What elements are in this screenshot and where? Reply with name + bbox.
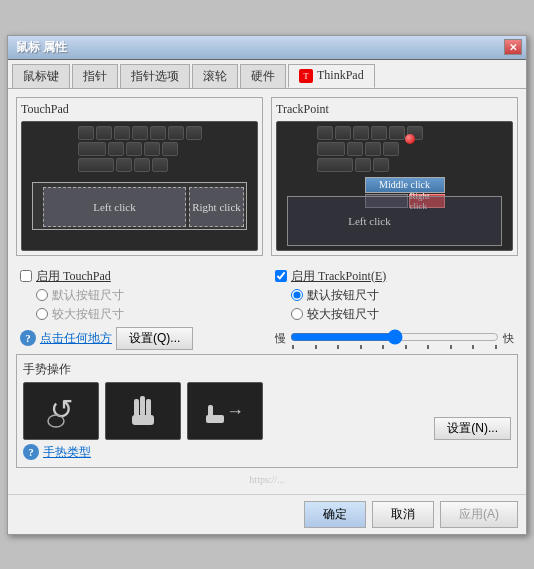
key14 xyxy=(116,158,132,172)
tp-key2 xyxy=(335,126,351,140)
gesture-three-finger-img xyxy=(105,382,181,440)
tick5 xyxy=(382,345,384,349)
svg-rect-4 xyxy=(146,399,151,417)
trackpoint-default-size-radio[interactable] xyxy=(291,289,303,301)
touchpad-controls: 启用 TouchPad 默认按钮尺寸 较大按钮尺寸 ? 点击任何地方 设置(Q)… xyxy=(16,264,263,354)
apply-button[interactable]: 应用(A) xyxy=(440,501,518,528)
gesture-help-row: ? 手热类型 xyxy=(23,444,511,461)
trackpoint-large-size-label: 较大按钮尺寸 xyxy=(307,306,379,323)
tp-key3 xyxy=(353,126,369,140)
touchpad-default-size-row: 默认按钮尺寸 xyxy=(20,287,259,304)
touchpad-large-size-row: 较大按钮尺寸 xyxy=(20,306,259,323)
trackpoint-right-zone xyxy=(451,197,501,245)
tab-pointer-options[interactable]: 指针选项 xyxy=(120,64,190,88)
gesture-images-row: ↺ xyxy=(23,382,263,440)
window-title: 鼠标 属性 xyxy=(16,39,67,56)
tick4 xyxy=(360,345,362,349)
touchpad-group: TouchPad xyxy=(16,97,263,256)
trackpoint-controls: 启用 TrackPoint(E) 默认按钮尺寸 较大按钮尺寸 慢 xyxy=(271,264,518,354)
key16 xyxy=(152,158,168,172)
touchpad-help-row: ? 点击任何地方 设置(Q)... xyxy=(20,327,259,350)
gesture-help-icon: ? xyxy=(23,444,39,460)
gesture-settings-button[interactable]: 设置(N)... xyxy=(434,417,511,440)
tick1 xyxy=(292,345,294,349)
watermark: https://... xyxy=(249,474,284,485)
key5 xyxy=(150,126,166,140)
tick10 xyxy=(495,345,497,349)
key10 xyxy=(126,142,142,156)
ok-button[interactable]: 确定 xyxy=(304,501,366,528)
tick3 xyxy=(337,345,339,349)
svg-text:↺: ↺ xyxy=(50,394,73,425)
trackpoint-enable-label: 启用 TrackPoint(E) xyxy=(291,268,386,285)
tp-key9 xyxy=(365,142,381,156)
touchpad-enable-row: 启用 TouchPad xyxy=(20,268,259,285)
tick7 xyxy=(427,345,429,349)
tp-key13 xyxy=(373,158,389,172)
touchpad-large-size-radio[interactable] xyxy=(36,308,48,320)
touchpad-help-icon: ? xyxy=(20,330,36,346)
key9 xyxy=(108,142,124,156)
slider-ticks xyxy=(290,345,499,349)
tab-hardware[interactable]: 硬件 xyxy=(240,64,286,88)
close-button[interactable]: ✕ xyxy=(504,39,522,55)
touchpad-label: TouchPad xyxy=(21,102,258,117)
trackpoint-slider-row: 慢 xyxy=(275,329,514,349)
tab-bar: 鼠标键 指针 指针选项 滚轮 硬件 T ThinkPad xyxy=(8,60,526,89)
tp-key5 xyxy=(389,126,405,140)
key4 xyxy=(132,126,148,140)
trackpoint-enable-checkbox[interactable] xyxy=(275,270,287,282)
cancel-button[interactable]: 取消 xyxy=(372,501,434,528)
controls-row: 启用 TouchPad 默认按钮尺寸 较大按钮尺寸 ? 点击任何地方 设置(Q)… xyxy=(16,264,518,354)
tp-keyboard-keys xyxy=(317,126,423,172)
key8 xyxy=(78,142,106,156)
keyboard-keys xyxy=(78,126,202,172)
title-buttons: ✕ xyxy=(504,39,522,55)
touchpad-large-size-label: 较大按钮尺寸 xyxy=(52,306,124,323)
tab-thinkpad[interactable]: T ThinkPad xyxy=(288,64,375,88)
touchpad-default-size-label: 默认按钮尺寸 xyxy=(52,287,124,304)
touchpad-help-text[interactable]: 点击任何地方 xyxy=(40,330,112,347)
tp-key8 xyxy=(347,142,363,156)
touchpad-enable-label: 启用 TouchPad xyxy=(36,268,111,285)
trackpoint-default-size-row: 默认按钮尺寸 xyxy=(275,287,514,304)
gesture-help-text[interactable]: 手热类型 xyxy=(43,444,91,461)
tab-wheel[interactable]: 滚轮 xyxy=(192,64,238,88)
key12 xyxy=(162,142,178,156)
gesture-swipe-img: → xyxy=(187,382,263,440)
thinkpad-icon: T xyxy=(299,69,313,83)
fast-label: 快 xyxy=(503,331,514,346)
key1 xyxy=(78,126,94,140)
tab-buttons[interactable]: 鼠标键 xyxy=(12,64,70,88)
tp-key12 xyxy=(355,158,371,172)
key3 xyxy=(114,126,130,140)
trackpoint-label: TrackPoint xyxy=(276,102,513,117)
touchpad-zone: Left click Right click xyxy=(32,182,247,230)
trackpoint-image: Middle click Right click Left click xyxy=(276,121,513,251)
tp-key7 xyxy=(317,142,345,156)
key2 xyxy=(96,126,112,140)
svg-text:→: → xyxy=(226,401,244,421)
trackpoint-group: TrackPoint xyxy=(271,97,518,256)
key6 xyxy=(168,126,184,140)
tab-pointer[interactable]: 指针 xyxy=(72,64,118,88)
trackpoint-left-zone: Left click xyxy=(288,197,451,245)
touchpad-settings-button[interactable]: 设置(Q)... xyxy=(116,327,193,350)
touchpad-default-size-radio[interactable] xyxy=(36,289,48,301)
tick2 xyxy=(315,345,317,349)
trackpoint-large-size-radio[interactable] xyxy=(291,308,303,320)
tp-key11 xyxy=(317,158,353,172)
speed-slider[interactable] xyxy=(290,329,499,345)
key15 xyxy=(134,158,150,172)
tp-key4 xyxy=(371,126,387,140)
touchpad-enable-checkbox[interactable] xyxy=(20,270,32,282)
tick6 xyxy=(405,345,407,349)
tick9 xyxy=(472,345,474,349)
tp-key10 xyxy=(383,142,399,156)
watermark-area: https://... xyxy=(16,474,518,486)
svg-rect-5 xyxy=(132,415,154,425)
trackpoint-enable-row: 启用 TrackPoint(E) xyxy=(275,268,514,285)
trackpoint-default-size-label: 默认按钮尺寸 xyxy=(307,287,379,304)
key13 xyxy=(78,158,114,172)
key7 xyxy=(186,126,202,140)
